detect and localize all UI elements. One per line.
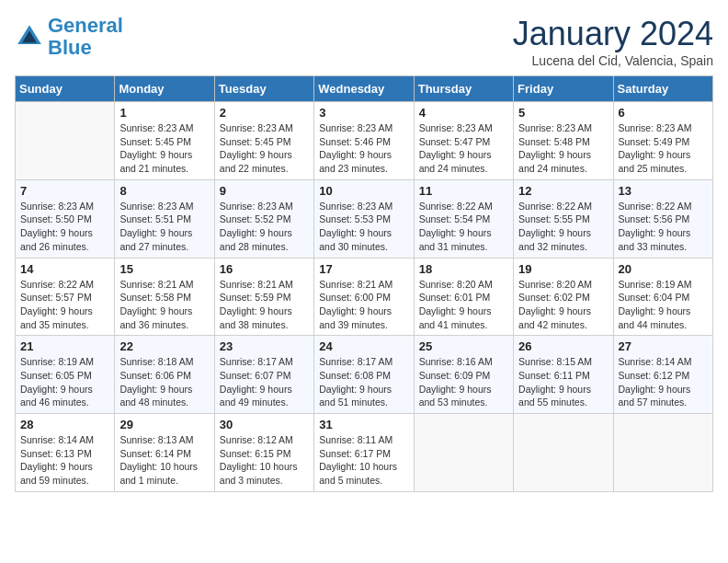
calendar-cell: 25 Sunrise: 8:16 AM Sunset: 6:09 PM Dayl… bbox=[414, 336, 513, 414]
sunset-text: Sunset: 5:54 PM bbox=[419, 213, 491, 224]
sunset-text: Sunset: 6:14 PM bbox=[119, 448, 191, 459]
logo-line1: General bbox=[48, 14, 123, 37]
calendar-cell: 10 Sunrise: 8:23 AM Sunset: 5:53 PM Dayl… bbox=[314, 179, 414, 258]
month-title: January 2024 bbox=[513, 15, 713, 53]
daylight-text: Daylight: 9 hours and 53 minutes. bbox=[419, 384, 492, 408]
day-info: Sunrise: 8:23 AM Sunset: 5:45 PM Dayligh… bbox=[119, 121, 209, 176]
calendar-cell bbox=[514, 414, 613, 492]
sunset-text: Sunset: 6:11 PM bbox=[518, 370, 590, 381]
sunrise-text: Sunrise: 8:23 AM bbox=[119, 201, 193, 212]
day-number: 22 bbox=[119, 339, 209, 353]
sunrise-text: Sunrise: 8:23 AM bbox=[220, 122, 293, 133]
daylight-text: Daylight: 9 hours and 28 minutes. bbox=[220, 227, 292, 252]
sunset-text: Sunset: 5:47 PM bbox=[419, 136, 491, 147]
day-info: Sunrise: 8:18 AM Sunset: 6:06 PM Dayligh… bbox=[119, 355, 209, 409]
calendar-cell: 24 Sunrise: 8:17 AM Sunset: 6:08 PM Dayl… bbox=[314, 336, 414, 414]
calendar-cell: 13 Sunrise: 8:22 AM Sunset: 5:56 PM Dayl… bbox=[613, 179, 712, 258]
title-section: January 2024 Lucena del Cid, Valencia, S… bbox=[513, 15, 713, 68]
sunrise-text: Sunrise: 8:19 AM bbox=[619, 279, 692, 290]
calendar-week-3: 14 Sunrise: 8:22 AM Sunset: 5:57 PM Dayl… bbox=[16, 258, 713, 336]
daylight-text: Daylight: 9 hours and 24 minutes. bbox=[518, 149, 591, 174]
calendar-cell: 8 Sunrise: 8:23 AM Sunset: 5:51 PM Dayli… bbox=[115, 179, 214, 258]
day-number: 25 bbox=[419, 339, 508, 353]
daylight-text: Daylight: 9 hours and 32 minutes. bbox=[518, 227, 591, 252]
day-info: Sunrise: 8:23 AM Sunset: 5:50 PM Dayligh… bbox=[20, 200, 109, 254]
calendar-table: SundayMondayTuesdayWednesdayThursdayFrid… bbox=[15, 75, 713, 492]
day-info: Sunrise: 8:23 AM Sunset: 5:47 PM Dayligh… bbox=[419, 121, 508, 176]
daylight-text: Daylight: 9 hours and 24 minutes. bbox=[419, 149, 492, 174]
day-number: 12 bbox=[518, 184, 608, 198]
weekday-header-friday: Friday bbox=[514, 76, 613, 102]
day-number: 24 bbox=[319, 339, 408, 353]
calendar-cell bbox=[16, 102, 115, 180]
calendar-cell: 31 Sunrise: 8:11 AM Sunset: 6:17 PM Dayl… bbox=[314, 414, 414, 492]
day-number: 8 bbox=[119, 184, 209, 198]
sunrise-text: Sunrise: 8:21 AM bbox=[319, 279, 392, 290]
daylight-text: Daylight: 9 hours and 36 minutes. bbox=[119, 305, 192, 330]
daylight-text: Daylight: 9 hours and 27 minutes. bbox=[119, 227, 192, 252]
daylight-text: Daylight: 9 hours and 49 minutes. bbox=[220, 384, 292, 408]
calendar-cell: 7 Sunrise: 8:23 AM Sunset: 5:50 PM Dayli… bbox=[16, 179, 115, 258]
sunset-text: Sunset: 6:17 PM bbox=[319, 448, 391, 459]
day-info: Sunrise: 8:19 AM Sunset: 6:04 PM Dayligh… bbox=[619, 278, 708, 332]
day-info: Sunrise: 8:17 AM Sunset: 6:07 PM Dayligh… bbox=[220, 355, 309, 409]
sunset-text: Sunset: 5:48 PM bbox=[518, 136, 590, 147]
day-info: Sunrise: 8:21 AM Sunset: 5:59 PM Dayligh… bbox=[220, 278, 309, 332]
day-number: 2 bbox=[220, 106, 309, 120]
sunrise-text: Sunrise: 8:23 AM bbox=[319, 201, 392, 212]
day-info: Sunrise: 8:23 AM Sunset: 5:53 PM Dayligh… bbox=[319, 200, 408, 254]
sunrise-text: Sunrise: 8:17 AM bbox=[220, 356, 293, 367]
sunset-text: Sunset: 6:15 PM bbox=[220, 448, 291, 459]
calendar-cell: 21 Sunrise: 8:19 AM Sunset: 6:05 PM Dayl… bbox=[16, 336, 115, 414]
day-number: 16 bbox=[220, 262, 309, 276]
sunrise-text: Sunrise: 8:23 AM bbox=[319, 122, 392, 133]
calendar-cell: 29 Sunrise: 8:13 AM Sunset: 6:14 PM Dayl… bbox=[115, 414, 214, 492]
day-info: Sunrise: 8:23 AM Sunset: 5:52 PM Dayligh… bbox=[220, 200, 309, 254]
sunrise-text: Sunrise: 8:16 AM bbox=[419, 356, 493, 367]
sunrise-text: Sunrise: 8:18 AM bbox=[119, 356, 193, 367]
calendar-week-1: 1 Sunrise: 8:23 AM Sunset: 5:45 PM Dayli… bbox=[16, 102, 713, 180]
daylight-text: Daylight: 9 hours and 41 minutes. bbox=[419, 305, 492, 330]
weekday-header-tuesday: Tuesday bbox=[214, 76, 313, 102]
calendar-cell bbox=[414, 414, 513, 492]
daylight-text: Daylight: 9 hours and 39 minutes. bbox=[319, 305, 392, 330]
location: Lucena del Cid, Valencia, Spain bbox=[513, 53, 713, 68]
sunrise-text: Sunrise: 8:19 AM bbox=[20, 356, 94, 367]
weekday-header-row: SundayMondayTuesdayWednesdayThursdayFrid… bbox=[16, 76, 713, 102]
calendar-cell: 4 Sunrise: 8:23 AM Sunset: 5:47 PM Dayli… bbox=[414, 102, 513, 180]
calendar-cell: 1 Sunrise: 8:23 AM Sunset: 5:45 PM Dayli… bbox=[115, 102, 214, 180]
day-number: 23 bbox=[220, 339, 309, 353]
calendar-cell: 14 Sunrise: 8:22 AM Sunset: 5:57 PM Dayl… bbox=[16, 258, 115, 336]
day-info: Sunrise: 8:14 AM Sunset: 6:13 PM Dayligh… bbox=[20, 433, 109, 488]
sunrise-text: Sunrise: 8:23 AM bbox=[20, 201, 94, 212]
sunset-text: Sunset: 5:59 PM bbox=[220, 292, 291, 303]
calendar-cell: 2 Sunrise: 8:23 AM Sunset: 5:45 PM Dayli… bbox=[214, 102, 313, 180]
day-number: 27 bbox=[619, 339, 708, 353]
day-number: 20 bbox=[619, 262, 708, 276]
daylight-text: Daylight: 9 hours and 30 minutes. bbox=[319, 227, 392, 252]
sunrise-text: Sunrise: 8:22 AM bbox=[619, 201, 692, 212]
sunset-text: Sunset: 6:06 PM bbox=[119, 370, 191, 381]
day-number: 31 bbox=[319, 418, 408, 431]
day-number: 29 bbox=[119, 418, 209, 431]
daylight-text: Daylight: 9 hours and 23 minutes. bbox=[319, 149, 392, 174]
day-info: Sunrise: 8:23 AM Sunset: 5:49 PM Dayligh… bbox=[619, 121, 708, 176]
sunset-text: Sunset: 6:05 PM bbox=[20, 370, 92, 381]
day-number: 1 bbox=[119, 106, 209, 120]
sunrise-text: Sunrise: 8:22 AM bbox=[518, 201, 592, 212]
calendar-cell: 30 Sunrise: 8:12 AM Sunset: 6:15 PM Dayl… bbox=[214, 414, 313, 492]
daylight-text: Daylight: 9 hours and 46 minutes. bbox=[20, 384, 93, 408]
day-number: 9 bbox=[220, 184, 309, 198]
daylight-text: Daylight: 9 hours and 42 minutes. bbox=[518, 305, 591, 330]
sunset-text: Sunset: 5:52 PM bbox=[220, 213, 291, 224]
sunset-text: Sunset: 6:07 PM bbox=[220, 370, 291, 381]
calendar-cell: 6 Sunrise: 8:23 AM Sunset: 5:49 PM Dayli… bbox=[613, 102, 712, 180]
calendar-cell: 27 Sunrise: 8:14 AM Sunset: 6:12 PM Dayl… bbox=[613, 336, 712, 414]
sunrise-text: Sunrise: 8:20 AM bbox=[518, 279, 592, 290]
sunrise-text: Sunrise: 8:20 AM bbox=[419, 279, 493, 290]
sunrise-text: Sunrise: 8:12 AM bbox=[220, 434, 293, 445]
calendar-cell: 17 Sunrise: 8:21 AM Sunset: 6:00 PM Dayl… bbox=[314, 258, 414, 336]
sunset-text: Sunset: 5:55 PM bbox=[518, 213, 590, 224]
calendar-cell: 11 Sunrise: 8:22 AM Sunset: 5:54 PM Dayl… bbox=[414, 179, 513, 258]
calendar-cell: 18 Sunrise: 8:20 AM Sunset: 6:01 PM Dayl… bbox=[414, 258, 513, 336]
